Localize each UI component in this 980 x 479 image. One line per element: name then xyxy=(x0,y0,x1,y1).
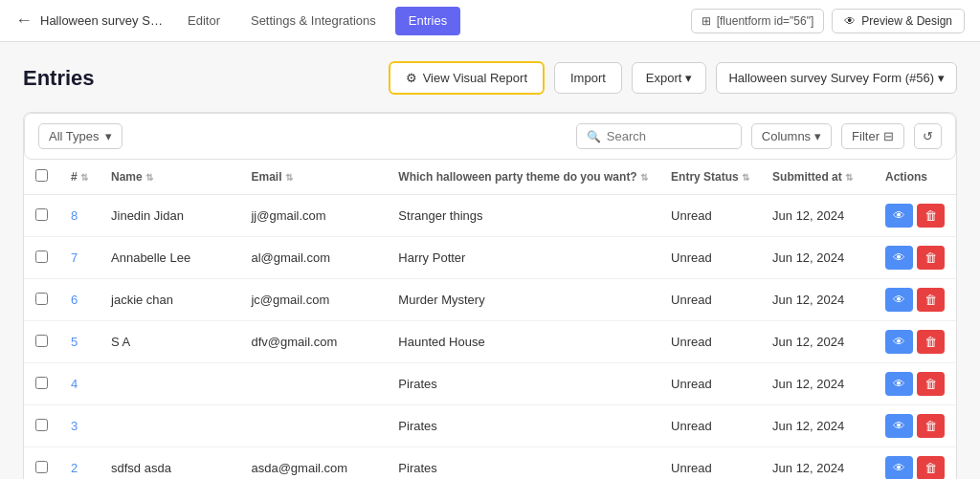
delete-entry-button[interactable]: 🗑 xyxy=(917,414,945,438)
row-id-cell: 4 xyxy=(59,363,100,405)
entry-id-link[interactable]: 3 xyxy=(71,419,78,433)
row-submitted-cell: Jun 12, 2024 xyxy=(761,405,874,447)
row-theme-cell: Pirates xyxy=(387,447,659,480)
row-submitted-cell: Jun 12, 2024 xyxy=(761,363,874,405)
entries-table-wrapper: All Types ▾ 🔍 Columns ▾ Filter ⊟ ↺ xyxy=(23,112,957,479)
row-actions-cell: 👁 🗑 xyxy=(874,237,956,279)
nav-link-editor[interactable]: Editor xyxy=(172,0,235,42)
visual-report-label: View Visual Report xyxy=(423,71,527,85)
entry-id-link[interactable]: 2 xyxy=(71,461,78,475)
type-filter-label: All Types xyxy=(49,129,100,143)
row-status-cell: Unread xyxy=(659,195,761,237)
row-theme-cell: Murder Mystery xyxy=(387,279,659,321)
view-entry-button[interactable]: 👁 xyxy=(885,414,913,438)
nav-link-entries[interactable]: Entries xyxy=(395,7,460,35)
delete-entry-button[interactable]: 🗑 xyxy=(917,288,945,312)
page-title: Entries xyxy=(23,66,95,91)
row-checkbox[interactable] xyxy=(35,208,48,221)
sort-icon-id: ⇅ xyxy=(80,172,88,183)
row-id-cell: 2 xyxy=(59,447,100,480)
shortcode-label: [fluentform id="56"] xyxy=(717,14,814,28)
row-actions-cell: 👁 🗑 xyxy=(874,321,956,363)
entry-id-link[interactable]: 4 xyxy=(71,377,78,391)
import-button[interactable]: Import xyxy=(554,62,622,94)
th-theme: Which halloween party theme do you want?… xyxy=(387,160,659,195)
view-entry-button[interactable]: 👁 xyxy=(885,204,913,228)
entry-id-link[interactable]: 7 xyxy=(71,250,78,265)
refresh-button[interactable]: ↺ xyxy=(914,123,942,149)
row-actions-cell: 👁 🗑 xyxy=(874,405,956,447)
back-button[interactable]: ← xyxy=(15,11,40,31)
delete-entry-button[interactable]: 🗑 xyxy=(917,204,945,228)
gear-icon: ⚙ xyxy=(406,71,417,85)
delete-entry-button[interactable]: 🗑 xyxy=(917,456,945,479)
delete-entry-button[interactable]: 🗑 xyxy=(917,330,945,354)
row-checkbox-cell xyxy=(24,237,59,279)
th-submitted: Submitted at ⇅ xyxy=(761,160,874,195)
entry-id-link[interactable]: 5 xyxy=(71,335,78,349)
type-filter-select[interactable]: All Types ▾ xyxy=(38,123,122,149)
filter-button[interactable]: Filter ⊟ xyxy=(841,123,904,149)
row-name-cell: Jinedin Jidan xyxy=(100,195,239,237)
view-visual-report-button[interactable]: ⚙ View Visual Report xyxy=(389,61,545,95)
row-theme-cell: Pirates xyxy=(387,363,659,405)
row-id-cell: 8 xyxy=(59,195,100,237)
row-email-cell: al@gmail.com xyxy=(239,237,387,279)
row-submitted-cell: Jun 12, 2024 xyxy=(761,447,874,480)
row-id-cell: 7 xyxy=(59,237,100,279)
th-id: # ⇅ xyxy=(59,160,100,195)
sort-icon-email: ⇅ xyxy=(285,172,293,183)
form-select-label: Halloween survey Survey Form (#56) xyxy=(728,71,934,85)
table-row: 4 Pirates Unread Jun 12, 2024 👁 🗑 xyxy=(24,363,956,405)
table-body: 8 Jinedin Jidan jj@gmail.com Stranger th… xyxy=(24,195,956,480)
action-buttons: 👁 🗑 xyxy=(885,414,945,438)
row-checkbox[interactable] xyxy=(35,419,48,431)
row-checkbox-cell xyxy=(24,405,59,447)
page-header: Entries ⚙ View Visual Report Import Expo… xyxy=(23,61,957,95)
table-row: 3 Pirates Unread Jun 12, 2024 👁 🗑 xyxy=(24,405,956,447)
row-submitted-cell: Jun 12, 2024 xyxy=(761,279,874,321)
th-name: Name ⇅ xyxy=(100,160,239,195)
row-checkbox[interactable] xyxy=(35,335,48,347)
action-buttons: 👁 🗑 xyxy=(885,372,945,396)
row-name-cell: jackie chan xyxy=(100,279,239,321)
row-status-cell: Unread xyxy=(659,279,761,321)
row-name-cell xyxy=(100,405,239,447)
row-actions-cell: 👁 🗑 xyxy=(874,195,956,237)
shortcode-button[interactable]: ⊞ [fluentform id="56"] xyxy=(691,9,825,33)
row-checkbox[interactable] xyxy=(35,293,48,305)
view-entry-button[interactable]: 👁 xyxy=(885,246,913,270)
refresh-icon: ↺ xyxy=(923,129,933,143)
row-checkbox[interactable] xyxy=(35,461,48,473)
entry-id-link[interactable]: 6 xyxy=(71,293,78,307)
entry-id-link[interactable]: 8 xyxy=(71,208,78,223)
nav-link-settings[interactable]: Settings & Integrations xyxy=(235,0,391,42)
view-entry-button[interactable]: 👁 xyxy=(885,372,913,396)
delete-entry-button[interactable]: 🗑 xyxy=(917,246,945,270)
columns-button[interactable]: Columns ▾ xyxy=(751,123,832,149)
row-theme-cell: Pirates xyxy=(387,405,659,447)
row-submitted-cell: Jun 12, 2024 xyxy=(761,321,874,363)
row-id-cell: 5 xyxy=(59,321,100,363)
chevron-down-icon-form: ▾ xyxy=(938,71,945,85)
row-checkbox[interactable] xyxy=(35,250,48,263)
view-entry-button[interactable]: 👁 xyxy=(885,288,913,312)
select-all-checkbox[interactable] xyxy=(35,169,48,182)
view-entry-button[interactable]: 👁 xyxy=(885,330,913,354)
shortcode-icon: ⊞ xyxy=(702,14,711,28)
export-button[interactable]: Export ▾ xyxy=(632,62,707,94)
view-entry-button[interactable]: 👁 xyxy=(885,456,913,479)
row-status-cell: Unread xyxy=(659,321,761,363)
row-checkbox[interactable] xyxy=(35,377,48,389)
import-label: Import xyxy=(570,71,606,85)
search-box: 🔍 xyxy=(576,123,742,149)
chevron-down-icon: ▾ xyxy=(685,71,692,85)
nav-links: Editor Settings & Integrations Entries xyxy=(172,0,464,42)
th-checkbox xyxy=(24,160,59,195)
preview-design-button[interactable]: 👁 Preview & Design xyxy=(832,9,965,33)
row-submitted-cell: Jun 12, 2024 xyxy=(761,195,874,237)
row-id-cell: 3 xyxy=(59,405,100,447)
search-input[interactable] xyxy=(607,129,731,143)
form-select-button[interactable]: Halloween survey Survey Form (#56) ▾ xyxy=(716,62,957,94)
delete-entry-button[interactable]: 🗑 xyxy=(917,372,945,396)
